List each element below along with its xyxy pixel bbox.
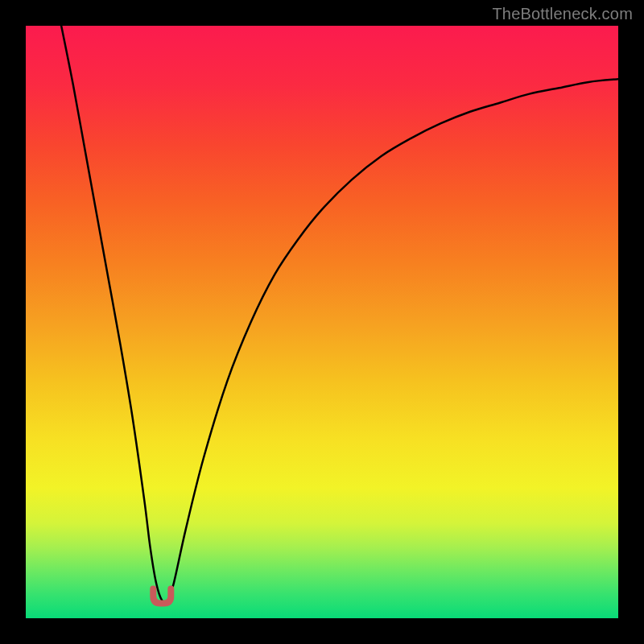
plot-area: [26, 26, 618, 618]
bottleneck-curve: [61, 26, 618, 603]
watermark-text: TheBottleneck.com: [492, 5, 633, 23]
trough-marker: [153, 589, 171, 604]
chart-frame: TheBottleneck.com: [0, 0, 644, 644]
curve-layer: [26, 26, 618, 618]
trough-marker-path: [153, 589, 171, 604]
bottleneck-curve-path: [61, 26, 618, 603]
